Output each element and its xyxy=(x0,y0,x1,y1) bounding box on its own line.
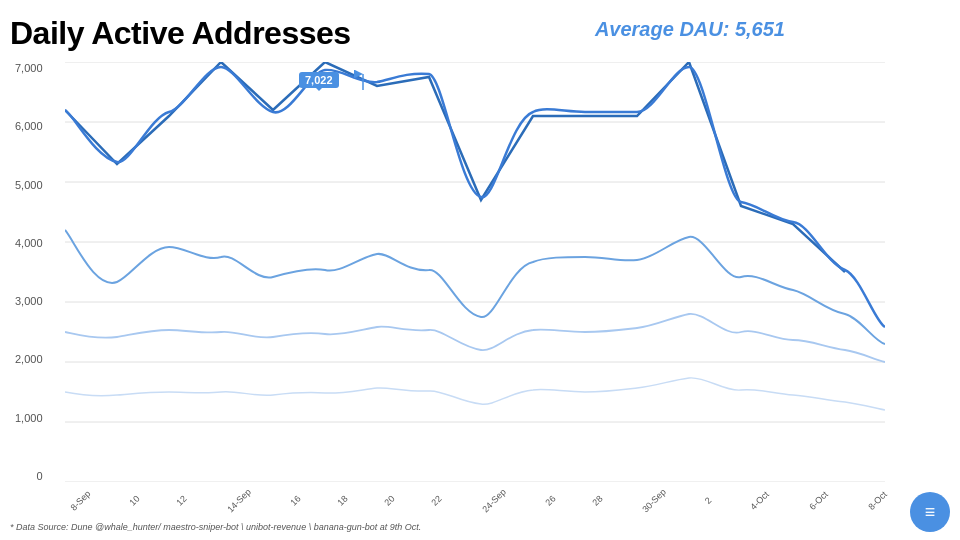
x-label-11: 30-Sep xyxy=(640,487,668,515)
chart-tooltip: 7,022 xyxy=(299,72,339,88)
y-label-3000: 3,000 xyxy=(15,295,43,307)
x-label-7: 22 xyxy=(430,493,444,507)
page-title: Daily Active Addresses xyxy=(10,15,950,52)
x-label-13: 4-Oct xyxy=(748,489,771,512)
y-label-1000: 1,000 xyxy=(15,412,43,424)
x-label-14: 6-Oct xyxy=(807,489,830,512)
y-label-2000: 2,000 xyxy=(15,353,43,365)
y-label-6000: 6,000 xyxy=(15,120,43,132)
x-label-1: 10 xyxy=(128,493,142,507)
y-label-5000: 5,000 xyxy=(15,179,43,191)
x-label-3: 14-Sep xyxy=(225,487,253,515)
avg-dau-display: Average DAU: 5,651 xyxy=(595,18,785,41)
chart-svg xyxy=(65,62,885,482)
dashboard-container: Daily Active Addresses Average DAU: 5,65… xyxy=(0,0,960,540)
y-label-4000: 4,000 xyxy=(15,237,43,249)
maestro-line xyxy=(65,314,885,362)
x-label-15: 8-Oct xyxy=(866,489,889,512)
chart-area: 7,000 6,000 5,000 4,000 3,000 2,000 1,00… xyxy=(65,62,885,482)
y-axis: 7,000 6,000 5,000 4,000 3,000 2,000 1,00… xyxy=(15,62,43,482)
x-label-4: 16 xyxy=(288,493,302,507)
x-label-8: 24-Sep xyxy=(480,487,508,515)
x-axis: 8-Sep 10 12 14-Sep 16 18 20 22 24-Sep 26… xyxy=(65,497,885,507)
x-label-10: 28 xyxy=(590,493,604,507)
avg-dau-value: 5,651 xyxy=(735,18,785,40)
watermark-logo: ≡ xyxy=(910,492,950,532)
total-line xyxy=(65,62,845,272)
banana-gun-line xyxy=(65,230,885,344)
data-source-text: * Data Source: Dune @whale_hunter/ maest… xyxy=(10,522,421,532)
watermark-icon: ≡ xyxy=(925,502,936,523)
total-line-smooth xyxy=(65,67,885,327)
y-label-0: 0 xyxy=(36,470,42,482)
unibot-line xyxy=(65,378,885,410)
x-label-0: 8-Sep xyxy=(69,489,93,513)
x-label-6: 20 xyxy=(383,493,397,507)
x-label-2: 12 xyxy=(175,493,189,507)
tooltip-value: 7,022 xyxy=(305,74,333,86)
y-label-7000: 7,000 xyxy=(15,62,43,74)
x-label-5: 18 xyxy=(335,493,349,507)
x-label-12: 2 xyxy=(703,495,714,506)
avg-dau-label: Average DAU: xyxy=(595,18,729,40)
x-label-9: 26 xyxy=(543,493,557,507)
